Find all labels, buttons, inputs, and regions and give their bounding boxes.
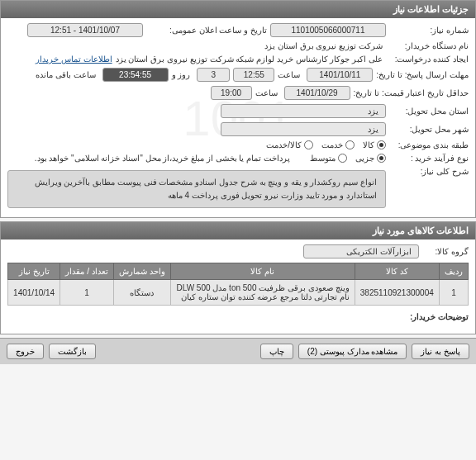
validity-time-label: ساعت bbox=[252, 88, 281, 97]
table-header-row: ردیف کد کالا نام کالا واحد شمارش تعداد /… bbox=[8, 263, 469, 280]
deadline-date-field: 1401/10/11 bbox=[307, 68, 373, 82]
validity-date-field: 1401/10/29 bbox=[284, 86, 350, 100]
province-field: یزد bbox=[221, 122, 386, 136]
row-province: شهر محل تحویل: یزد bbox=[7, 122, 469, 136]
need-type-radios: کالا خدمت کالا/خدمت bbox=[266, 140, 386, 149]
radio-both-label: کالا/خدمت bbox=[266, 140, 302, 149]
province-label: شهر محل تحویل: bbox=[386, 125, 469, 134]
validity-label: حداقل تاریخ اعتبار قیمت: تا تاریخ: bbox=[350, 88, 469, 97]
table-row: 1 3825110921300004 وینچ صعودی برقی ظرفیت… bbox=[8, 280, 469, 306]
panel-title: جزئیات اطلاعات نیاز bbox=[1, 1, 475, 18]
city-label: استان محل تحویل: bbox=[386, 107, 469, 116]
days-field: 3 bbox=[197, 68, 230, 82]
cell-qty: 1 bbox=[60, 280, 114, 306]
row-requester: ایجاد کننده درخواست: علی اکبر جوکار کارش… bbox=[7, 55, 469, 64]
contact-link[interactable]: اطلاعات تماس خریدار bbox=[36, 55, 112, 64]
cell-idx: 1 bbox=[439, 280, 468, 306]
cell-name: وینچ صعودی برقی ظرفیت 500 ton مدل DLW 50… bbox=[170, 280, 355, 306]
row-buyer-org: نام دستگاه خریدار: شرکت توزیع نیروی برق … bbox=[7, 41, 469, 50]
need-number-label: شماره نیاز: bbox=[386, 26, 469, 35]
radio-medium[interactable]: متوسط bbox=[310, 154, 347, 163]
goods-group-label: گروه کالا: bbox=[419, 247, 469, 256]
radio-minor-label: جزیی bbox=[355, 154, 374, 163]
buyer-org-label: نام دستگاه خریدار: bbox=[386, 41, 469, 50]
cell-code: 3825110921300004 bbox=[355, 280, 439, 306]
exit-button[interactable]: خروج bbox=[7, 344, 44, 359]
validity-time-field: 19:00 bbox=[211, 86, 252, 100]
need-number-field: 1101005066000711 bbox=[270, 23, 386, 37]
th-idx: ردیف bbox=[439, 263, 468, 280]
footer-toolbar: پاسخ به نیاز مشاهده مدارک پیوستی (2) چاپ… bbox=[0, 338, 476, 364]
reply-button[interactable]: پاسخ به نیاز bbox=[412, 344, 469, 359]
row-need-type: طبقه بندی موضوعی: کالا خدمت کالا/خدمت bbox=[7, 140, 469, 149]
payment-note: پرداخت تمام یا بخشی از مبلغ خرید،از محل … bbox=[31, 154, 293, 163]
main-panel: جزئیات اطلاعات نیاز 1001 شماره نیاز: 110… bbox=[0, 0, 476, 218]
need-type-label: طبقه بندی موضوعی: bbox=[386, 140, 469, 149]
remaining-time-field: 23:54:55 bbox=[102, 68, 169, 82]
row-need-number: شماره نیاز: 1101005066000711 تاریخ و ساع… bbox=[7, 23, 469, 37]
radio-medium-label: متوسط bbox=[310, 154, 336, 163]
need-desc-label: شرح کلی نیاز: bbox=[386, 167, 469, 176]
city-field: یزد bbox=[221, 104, 386, 118]
th-qty: تعداد / مقدار bbox=[60, 263, 114, 280]
radio-both[interactable]: کالا/خدمت bbox=[266, 140, 313, 149]
th-name: نام کالا bbox=[170, 263, 355, 280]
deadline-label: مهلت ارسال پاسخ: تا تاریخ: bbox=[373, 70, 469, 79]
radio-goods[interactable]: کالا bbox=[363, 140, 386, 149]
goods-panel: اطلاعات کالاهای مورد نیاز گروه کالا: ابز… bbox=[0, 221, 476, 334]
th-date: تاریخ نیاز bbox=[8, 263, 60, 280]
radio-service[interactable]: خدمت bbox=[321, 140, 355, 149]
buyer-org-text: شرکت توزیع نیروی برق استان یزد bbox=[261, 41, 386, 50]
cell-unit: دستگاه bbox=[113, 280, 170, 306]
requester-label: ایجاد کننده درخواست: bbox=[386, 55, 469, 64]
row-buyer-notes: توضیحات خریدار: bbox=[7, 312, 469, 325]
deadline-time-field: 12:55 bbox=[233, 68, 274, 82]
days-label: روز و bbox=[169, 70, 194, 79]
buy-process-radios: جزیی متوسط bbox=[310, 154, 386, 163]
toolbar-spacer bbox=[101, 344, 255, 359]
announce-datetime-field: 1401/10/07 - 12:51 bbox=[27, 23, 143, 37]
radio-goods-label: کالا bbox=[363, 140, 374, 149]
back-button[interactable]: بازگشت bbox=[49, 344, 96, 359]
th-code: کد کالا bbox=[355, 263, 439, 280]
th-unit: واحد شمارش bbox=[113, 263, 170, 280]
requester-text: علی اکبر جوکار کارشناس خرید لوازم شبکه ش… bbox=[112, 55, 386, 64]
buy-process-label: نوع فرآیند خرید : bbox=[386, 154, 469, 163]
row-city: استان محل تحویل: یزد bbox=[7, 104, 469, 118]
need-desc-box: انواع سیم روکشدار و یقه و وینچ به شرح جد… bbox=[7, 170, 386, 208]
deadline-time-label: ساعت bbox=[274, 70, 303, 79]
goods-body: گروه کالا: ابزارآلات الکتریکی ردیف کد کا… bbox=[1, 239, 475, 334]
details-body: 1001 شماره نیاز: 1101005066000711 تاریخ … bbox=[1, 18, 475, 217]
row-desc: شرح کلی نیاز: انواع سیم روکشدار و یقه و … bbox=[7, 167, 469, 208]
cell-date: 1401/10/14 bbox=[8, 280, 60, 306]
attachments-button[interactable]: مشاهده مدارک پیوستی (2) bbox=[298, 344, 407, 359]
announce-datetime-label: تاریخ و ساعت اعلان عمومی: bbox=[143, 26, 267, 35]
remaining-label: ساعت باقی مانده bbox=[32, 70, 99, 79]
buyer-notes-label: توضیحات خریدار: bbox=[410, 312, 469, 321]
row-validity: حداقل تاریخ اعتبار قیمت: تا تاریخ: 1401/… bbox=[7, 86, 469, 100]
row-buy-process: نوع فرآیند خرید : جزیی متوسط پرداخت تمام… bbox=[7, 154, 469, 163]
row-goods-group: گروه کالا: ابزارآلات الکتریکی bbox=[7, 244, 469, 258]
radio-minor[interactable]: جزیی bbox=[355, 154, 386, 163]
goods-table: ردیف کد کالا نام کالا واحد شمارش تعداد /… bbox=[7, 263, 469, 306]
print-button[interactable]: چاپ bbox=[260, 344, 293, 359]
row-deadline: مهلت ارسال پاسخ: تا تاریخ: 1401/10/11 سا… bbox=[7, 68, 469, 82]
radio-service-label: خدمت bbox=[321, 140, 343, 149]
goods-panel-title: اطلاعات کالاهای مورد نیاز bbox=[1, 222, 475, 239]
goods-group-field: ابزارآلات الکتریکی bbox=[303, 244, 419, 258]
